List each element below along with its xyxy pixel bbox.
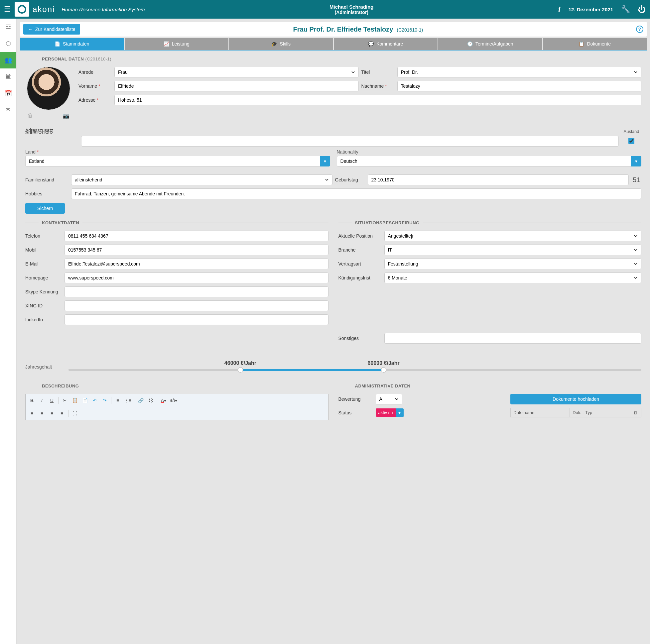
adresse-input[interactable] xyxy=(114,95,641,105)
label-homepage: Homepage xyxy=(25,275,62,280)
topbar: ☰ akoni Human Resource Information Syste… xyxy=(0,0,650,18)
upload-button[interactable]: Dokumente hochladen xyxy=(510,394,641,405)
ausland-checkbox[interactable] xyxy=(628,138,635,144)
nationality-dropdown-icon[interactable]: ▾ xyxy=(631,156,641,166)
sonstiges-input[interactable] xyxy=(384,333,642,344)
underline-icon[interactable]: U xyxy=(47,396,56,405)
sidebar-item-calendar[interactable]: 📅 xyxy=(0,85,16,102)
title-row: ← Zur Kandidatenliste Frau Prof. Dr. Elf… xyxy=(20,22,647,37)
sidebar-item-company[interactable]: 🏛 xyxy=(0,69,16,85)
sidebar-item-candidates[interactable]: 👥 xyxy=(0,52,16,69)
homepage-input[interactable] xyxy=(65,272,328,283)
align-justify-icon[interactable]: ≡ xyxy=(58,409,66,418)
tab-termine[interactable]: 🕐Termine/Aufgaben xyxy=(438,38,542,50)
page-id: (C201610-1) xyxy=(397,27,423,33)
vorname-input[interactable] xyxy=(114,81,359,91)
label-branche: Branche xyxy=(338,247,382,253)
email-input[interactable] xyxy=(65,259,328,269)
font-color-icon[interactable]: A▾ xyxy=(159,396,168,405)
sidebar-item-org[interactable]: ⬡ xyxy=(0,35,16,52)
bold-icon[interactable]: B xyxy=(28,396,36,405)
section-personal: PERSONAL DATEN (C201610-1) 🗑 📷 Anrede Fr… xyxy=(25,56,641,214)
label-mobil: Mobil xyxy=(25,247,62,253)
anrede-select[interactable]: Frau xyxy=(114,67,359,77)
bewertung-select[interactable]: A xyxy=(376,394,402,405)
upload-avatar-icon[interactable]: 📷 xyxy=(63,113,70,119)
link-icon[interactable]: 🔗 xyxy=(136,396,145,405)
settings-icon[interactable]: 🔧 xyxy=(621,5,630,14)
fullscreen-icon[interactable]: ⛶ xyxy=(71,409,79,418)
salary-handle-low[interactable] xyxy=(238,367,243,373)
label-xing: XING ID xyxy=(25,303,62,308)
tab-stammdaten[interactable]: 📄Stammdaten xyxy=(20,38,124,50)
unlink-icon[interactable]: ⛓ xyxy=(146,396,155,405)
hobbies-input[interactable] xyxy=(71,188,641,199)
salary-slider[interactable]: 46000 €/Jahr 60000 €/Jahr xyxy=(69,360,641,374)
nationality-input[interactable] xyxy=(337,156,631,166)
redo-icon[interactable]: ↷ xyxy=(100,396,109,405)
label-status: Status xyxy=(338,410,372,415)
italic-icon[interactable]: I xyxy=(38,396,46,405)
align-left-icon[interactable]: ≡ xyxy=(28,409,36,418)
land-dropdown-icon[interactable]: ▾ xyxy=(320,156,330,166)
paste-icon[interactable]: 📄 xyxy=(80,396,89,405)
ordered-list-icon[interactable]: ≡ xyxy=(113,396,122,405)
label-nachname: Nachname * xyxy=(361,83,395,89)
tab-leistung[interactable]: 📈Leistung xyxy=(125,38,229,50)
position-select[interactable]: Angestellte|r xyxy=(384,231,642,241)
help-icon[interactable]: ? xyxy=(636,26,643,33)
tab-kommentare[interactable]: 💬Kommentare xyxy=(334,38,438,50)
adresszusatz-input[interactable] xyxy=(81,136,619,147)
clear-format-icon[interactable]: ab▾ xyxy=(169,396,178,405)
col-doktyp: Dok. - Typ xyxy=(570,408,629,417)
save-button[interactable]: Sichern xyxy=(25,203,65,214)
tagline: Human Resource Information System xyxy=(62,7,145,12)
label-jahresgehalt: Jahresgehalt xyxy=(25,364,62,370)
undo-icon[interactable]: ↶ xyxy=(91,396,99,405)
telefon-input[interactable] xyxy=(65,231,328,241)
nachname-input[interactable] xyxy=(397,81,642,91)
tabs: 📄Stammdaten 📈Leistung 🎓Skills 💬Kommentar… xyxy=(20,38,647,50)
label-titel: Titel xyxy=(361,70,395,75)
titel-select[interactable]: Prof. Dr. xyxy=(397,67,642,77)
linkedin-input[interactable] xyxy=(65,314,328,325)
land-input[interactable] xyxy=(25,156,320,166)
geburtstag-input[interactable] xyxy=(368,175,629,185)
cut-icon[interactable]: ✂ xyxy=(61,396,69,405)
kuendigung-select[interactable]: 6 Monate xyxy=(384,272,642,283)
topbar-center: Michael Schrading (Administrator) xyxy=(145,4,558,15)
section-admin: ADMINISTRATIVE DATEN Bewertung A Dokumen… xyxy=(338,383,642,420)
familienstand-select[interactable]: alleinstehend xyxy=(71,175,332,185)
salary-handle-high[interactable] xyxy=(381,367,386,373)
chart-icon: 📈 xyxy=(164,41,169,46)
skype-input[interactable] xyxy=(65,287,328,297)
tab-skills[interactable]: 🎓Skills xyxy=(229,38,333,50)
salary-row: Jahresgehalt 46000 €/Jahr 60000 €/Jahr xyxy=(25,360,641,374)
doc-table-header: Dateiname Dok. - Typ 🗑 xyxy=(510,408,641,417)
status-dropdown-icon[interactable]: ▾ xyxy=(396,408,404,417)
mobil-input[interactable] xyxy=(65,244,328,255)
vertragsart-select[interactable]: Festanstellung xyxy=(384,259,642,269)
arrow-left-icon: ← xyxy=(28,27,33,32)
section-description: BESCHREIBUNG B I U ✂ 📋 📄 ↶ ↷ xyxy=(25,383,328,420)
sidebar-item-mail[interactable]: ✉ xyxy=(0,102,16,118)
section-contact: KONTAKTDATEN Telefon Mobil E-Mail Homepa… xyxy=(25,220,328,344)
logout-icon[interactable]: ⏻ xyxy=(638,5,646,14)
rich-text-editor: B I U ✂ 📋 📄 ↶ ↷ ≡ ⋮≡ xyxy=(25,394,328,420)
branche-select[interactable]: IT xyxy=(384,244,642,255)
xing-input[interactable] xyxy=(65,300,328,311)
back-button[interactable]: ← Zur Kandidatenliste xyxy=(23,24,80,35)
sidebar-item-list[interactable]: ☲ xyxy=(0,18,16,35)
status-pill: aktiv su ▾ xyxy=(376,408,507,417)
unordered-list-icon[interactable]: ⋮≡ xyxy=(123,396,132,405)
align-right-icon[interactable]: ≡ xyxy=(47,409,56,418)
label-land: Land * xyxy=(25,149,39,154)
align-center-icon[interactable]: ≡ xyxy=(38,409,46,418)
menu-icon[interactable]: ☰ xyxy=(4,5,11,14)
copy-icon[interactable]: 📋 xyxy=(71,396,79,405)
tab-dokumente[interactable]: 📋Dokumente xyxy=(543,38,647,50)
status-value: aktiv su xyxy=(376,408,396,417)
info-icon[interactable]: i xyxy=(558,5,561,14)
label-nationality: Nationality xyxy=(337,149,358,154)
delete-avatar-icon[interactable]: 🗑 xyxy=(28,113,33,119)
